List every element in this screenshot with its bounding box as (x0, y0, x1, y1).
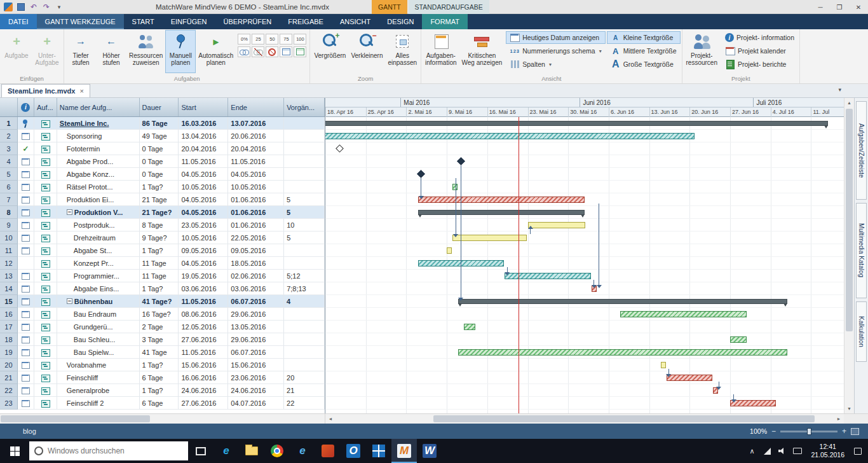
task-dauer-cell[interactable]: 49 Tage (140, 130, 179, 142)
task-name-cell[interactable]: −Bühnenbau (57, 295, 140, 308)
task-name-cell[interactable]: SteamLine Inc. (57, 117, 140, 130)
row-number[interactable]: 19 (0, 346, 18, 359)
side-tab-multimedia-katalog[interactable]: Multimedia Katalog (856, 203, 867, 298)
task-vorg-cell[interactable] (284, 257, 325, 270)
spalten-button[interactable]: Spalten▾ (506, 58, 605, 71)
customize-button[interactable] (53, 2, 65, 12)
row-number[interactable]: 8 (0, 206, 18, 219)
task-vorg-cell[interactable] (284, 142, 325, 155)
task-vorg-cell[interactable]: 22 (284, 397, 325, 410)
row-number[interactable]: 6 (0, 181, 18, 193)
task-name-cell[interactable]: Abgabe Prod... (57, 155, 140, 168)
task-start-cell[interactable]: 09.05.2016 (179, 244, 228, 257)
ribbon-tab-freigabe[interactable]: FREIGABE (280, 14, 332, 29)
projekt-ressourcen-button[interactable]: Projekt- ressourcen (684, 30, 720, 73)
row-number[interactable]: 23 (0, 397, 18, 410)
task-start-cell[interactable]: 19.05.2016 (179, 270, 228, 282)
redo-button[interactable] (41, 2, 52, 12)
task-vorg-cell[interactable] (284, 321, 325, 333)
row-number[interactable]: 7 (0, 193, 18, 206)
aufgabe-button[interactable]: +Aufgabe (1, 30, 32, 73)
table-view-button[interactable] (280, 46, 292, 57)
zoom-out-icon[interactable]: − (771, 427, 776, 436)
row-number[interactable]: 2 (0, 130, 18, 142)
milestone-fototermin[interactable] (336, 144, 344, 153)
task-ende-cell[interactable]: 29.06.2016 (228, 308, 284, 321)
vertical-scroll-thumb[interactable] (846, 109, 853, 331)
volume-icon[interactable] (775, 439, 790, 463)
remove-constraint-button[interactable] (266, 46, 278, 57)
task-ende-cell[interactable]: 03.06.2016 (228, 282, 284, 295)
taskbar-app-app-orange[interactable] (315, 439, 341, 463)
unlink-tasks-button[interactable] (252, 46, 264, 57)
row-number[interactable]: 9 (0, 219, 18, 232)
höher-stufen-button[interactable]: ←Höher stufen (96, 30, 126, 73)
task-vorg-cell[interactable] (284, 117, 325, 130)
taskbar-app-word[interactable]: W (417, 439, 442, 463)
kritischen-weg-anzeigen-button[interactable]: Kritischen Weg anzeigen (459, 30, 505, 73)
row-number[interactable]: 14 (0, 282, 18, 295)
ribbon-tab-start[interactable]: START (124, 14, 163, 29)
task-vorg-cell[interactable]: 5 (284, 193, 325, 206)
scroll-left-icon[interactable]: ◄ (325, 414, 336, 424)
task-vorg-cell[interactable]: 5 (284, 232, 325, 244)
ribbon-tab-datei[interactable]: DATEI (0, 14, 37, 29)
network-icon[interactable] (759, 439, 775, 463)
row-number[interactable]: 22 (0, 384, 18, 397)
task-name-cell[interactable]: Rätsel Protot... (57, 181, 140, 193)
task-dauer-cell[interactable]: 1 Tag? (140, 359, 179, 371)
kleine-textgröße-button[interactable]: AKleine Textgröße (607, 31, 681, 44)
task-dauer-cell[interactable]: 2 Tage (140, 321, 179, 333)
mittlere-textgröße-button[interactable]: AMittlere Textgröße (607, 45, 681, 57)
gantt-bar-produktion-ei[interactable] (418, 197, 585, 203)
task-name-cell[interactable]: Programmier... (57, 270, 140, 282)
taskbar-app-mindview[interactable]: M (391, 439, 417, 463)
search-input[interactable] (48, 446, 183, 455)
progress-75-button[interactable]: 75 (280, 34, 292, 45)
side-tab-aufgaben-zeitleiste[interactable]: Aufgaben/Zeitleiste (856, 101, 867, 200)
task-name-cell[interactable]: Bau Spielw... (57, 346, 140, 359)
action-center-icon[interactable] (850, 439, 865, 463)
task-vorg-cell[interactable] (284, 346, 325, 359)
gantt-bar-vorabnahme[interactable] (661, 362, 666, 368)
task-dauer-cell[interactable]: 8 Tage (140, 219, 179, 232)
gantt-bar-feinschliff[interactable] (667, 375, 712, 381)
task-ende-cell[interactable]: 29.06.2016 (228, 333, 284, 346)
task-ende-cell[interactable]: 24.06.2016 (228, 384, 284, 397)
gantt-bar-postproduk[interactable] (528, 222, 585, 228)
row-number[interactable]: 10 (0, 232, 18, 244)
ribbon-tab-einfügen[interactable]: EINFÜGEN (163, 14, 215, 29)
task-start-cell[interactable]: 10.05.2016 (179, 232, 228, 244)
row-number[interactable]: 5 (0, 168, 18, 181)
gantt-bar-bau-endraum[interactable] (620, 311, 747, 317)
task-name-cell[interactable]: Grundgerü... (57, 321, 140, 333)
projekt-berichte-button[interactable]: Projekt- berichte (721, 58, 798, 71)
progress-100-button[interactable]: 100 (294, 34, 306, 45)
gantt-bar-bühnenbau[interactable] (458, 299, 787, 304)
progress-50-button[interactable]: 50 (266, 34, 278, 45)
verkleinern-button[interactable]: −Verkleinern (348, 30, 385, 73)
task-dauer-cell[interactable]: 21 Tage (140, 193, 179, 206)
task-vorg-cell[interactable]: 7;8;13 (284, 282, 325, 295)
task-name-cell[interactable]: Konzept Pr... (57, 257, 140, 270)
task-name-cell[interactable]: Bau Endraum (57, 308, 140, 321)
task-name-cell[interactable]: Vorabnahme (57, 359, 140, 371)
task-name-cell[interactable]: −Produktion V... (57, 206, 140, 219)
row-number[interactable]: 1 (0, 117, 18, 130)
task-ende-cell[interactable]: 06.07.2016 (228, 295, 284, 308)
task-vorg-cell[interactable] (284, 155, 325, 168)
task-name-cell[interactable]: Generalprobe (57, 384, 140, 397)
close-button[interactable]: ✕ (849, 0, 868, 14)
heutiges-datum-anzeigen-button[interactable]: Heutiges Datum anzeigen (506, 31, 605, 44)
ribbon-tab-ansicht[interactable]: ANSICHT (332, 14, 379, 29)
keyboard-icon[interactable] (790, 439, 805, 463)
manuell-planen-button[interactable]: Manuell planen (165, 30, 196, 73)
task-start-cell[interactable]: 12.05.2016 (179, 321, 228, 333)
task-vorg-cell[interactable] (284, 181, 325, 193)
task-dauer-cell[interactable]: 9 Tage? (140, 232, 179, 244)
task-ende-cell[interactable]: 04.07.2016 (228, 397, 284, 410)
milestone-abgabe-prod[interactable] (457, 157, 465, 165)
task-ende-cell[interactable]: 10.05.2016 (228, 181, 284, 193)
task-start-cell[interactable]: 27.06.2016 (179, 397, 228, 410)
task-vorg-cell[interactable]: 10 (284, 219, 325, 232)
